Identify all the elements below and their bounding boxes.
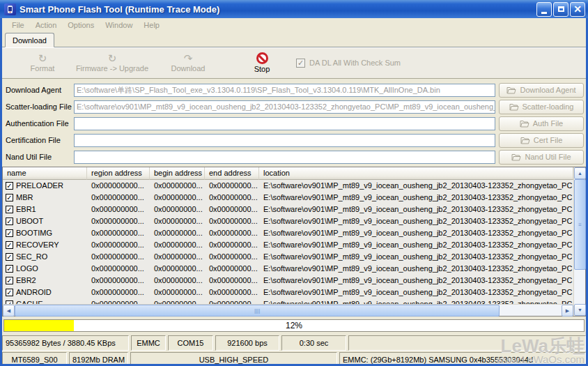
- table-row[interactable]: ✓ EBR1 0x000000000... 0x00000000... 0x00…: [3, 204, 573, 215]
- row-checkbox[interactable]: ✓: [6, 194, 13, 201]
- column-header-region[interactable]: region address: [87, 167, 150, 180]
- progress-bar: 12%: [3, 319, 585, 332]
- da-checksum-checkbox[interactable]: ✓ DA DL All With Check Sum: [296, 59, 401, 68]
- location-cell: E:\software\ov901\MP_mt89_v9_iocean_oush…: [259, 180, 573, 192]
- app-window: Smart Phone Flash Tool (Runtime Trace Mo…: [0, 0, 588, 366]
- status-bytes-speed: 95365982 Bytes / 3880.45 KBps: [2, 335, 129, 351]
- open-folder-icon: [506, 86, 516, 94]
- stop-icon: [256, 52, 268, 64]
- table-row[interactable]: ✓ ANDROID 0x000000000... 0x00000000... 0…: [3, 287, 573, 298]
- menu-action[interactable]: Action: [30, 20, 63, 31]
- column-header-begin[interactable]: begin address: [150, 167, 205, 180]
- begin-address-cell: 0x00000000...: [150, 215, 205, 227]
- open-folder-icon: [520, 137, 530, 144]
- scatter-browse-button[interactable]: Scatter-loading: [499, 100, 584, 114]
- table-row[interactable]: ✓ UBOOT 0x000000000... 0x00000000... 0x0…: [3, 215, 573, 227]
- table-row[interactable]: ✓ PRELOADER 0x000000000... 0x00000000...…: [3, 180, 573, 192]
- auth-file-input[interactable]: [74, 117, 495, 130]
- partition-name: LOGO: [16, 263, 38, 275]
- window-title: Smart Phone Flash Tool (Runtime Trace Mo…: [20, 4, 536, 15]
- end-address-cell: 0x00000000...: [205, 204, 259, 215]
- menu-bar: File Action Options Window Help: [2, 18, 586, 32]
- cert-file-label: Certification File: [6, 136, 74, 144]
- tab-download[interactable]: Download: [5, 33, 54, 47]
- nand-util-browse-button[interactable]: Nand Util File: [499, 150, 584, 165]
- table-row[interactable]: ✓ SEC_RO 0x000000000... 0x00000000... 0x…: [3, 251, 573, 263]
- end-address-cell: 0x00000000...: [205, 251, 259, 263]
- region-address-cell: 0x000000000...: [87, 263, 150, 275]
- row-checkbox[interactable]: ✓: [6, 206, 13, 213]
- scroll-down-icon[interactable]: ▼: [574, 304, 586, 316]
- table-row[interactable]: ✓ MBR 0x000000000... 0x00000000... 0x000…: [3, 192, 573, 204]
- status-chip: MT6589_S00: [2, 352, 67, 364]
- download-agent-label: Download Agent: [6, 86, 74, 94]
- checkbox-icon: ✓: [296, 59, 305, 68]
- open-folder-icon: [509, 103, 519, 111]
- partition-name: BOOTIMG: [16, 227, 52, 239]
- table-row[interactable]: ✓ BOOTIMG 0x000000000... 0x00000000... 0…: [3, 227, 573, 239]
- partition-table-body: ✓ PRELOADER 0x000000000... 0x00000000...…: [3, 180, 573, 305]
- row-checkbox[interactable]: ✓: [6, 218, 13, 225]
- close-button[interactable]: ✕: [570, 2, 585, 17]
- scroll-left-icon[interactable]: ◀: [3, 305, 15, 317]
- table-row[interactable]: ✓ RECOVERY 0x000000000... 0x00000000... …: [3, 239, 573, 251]
- begin-address-cell: 0x00000000...: [150, 227, 205, 239]
- status-elapsed-time: 0:30 sec: [281, 335, 346, 351]
- region-address-cell: 0x000000000...: [87, 192, 150, 204]
- location-cell: E:\software\ov901\MP_mt89_v9_iocean_oush…: [259, 239, 573, 251]
- status-spare: [348, 335, 586, 351]
- scroll-right-icon[interactable]: ▶: [562, 305, 573, 317]
- cert-file-browse-button[interactable]: Cert File: [499, 133, 584, 148]
- location-cell: E:\software\ov901\MP_mt89_v9_iocean_oush…: [259, 287, 573, 298]
- vertical-scroll-thumb[interactable]: ≡: [574, 179, 586, 270]
- format-button[interactable]: ↻ Format: [15, 53, 70, 73]
- partition-name: PRELOADER: [16, 180, 63, 192]
- row-checkbox[interactable]: ✓: [6, 241, 13, 249]
- end-address-cell: 0x00000000...: [205, 227, 259, 239]
- status-com-port: COM15: [168, 335, 213, 351]
- location-cell: E:\software\ov901\MP_mt89_v9_iocean_oush…: [259, 275, 573, 287]
- download-agent-input[interactable]: E:\software\单路\SP_Flash_Tool_exe_v3.1304…: [74, 84, 495, 97]
- row-checkbox[interactable]: ✓: [6, 265, 13, 273]
- table-row[interactable]: ✓ EBR2 0x000000000... 0x00000000... 0x00…: [3, 275, 573, 287]
- firmware-upgrade-button[interactable]: ↻ Firmware -> Upgrade: [70, 53, 154, 73]
- column-header-location[interactable]: location: [259, 167, 573, 180]
- partition-name: ANDROID: [16, 287, 52, 298]
- menu-window[interactable]: Window: [100, 20, 138, 31]
- column-header-end[interactable]: end address: [205, 167, 259, 180]
- row-checkbox[interactable]: ✓: [6, 253, 13, 261]
- nand-util-input[interactable]: [74, 151, 495, 164]
- scroll-up-icon[interactable]: ▲: [574, 167, 586, 179]
- status-usb-speed: USB_HIGH_SPEED: [130, 352, 337, 364]
- cert-file-input[interactable]: [74, 134, 495, 147]
- download-agent-browse-button[interactable]: Download Agent: [499, 83, 584, 98]
- progress-area: 12%: [2, 317, 586, 334]
- location-cell: E:\software\ov901\MP_mt89_v9_iocean_oush…: [259, 263, 573, 275]
- table-row[interactable]: ✓ LOGO 0x000000000... 0x00000000... 0x00…: [3, 263, 573, 275]
- menu-file[interactable]: File: [6, 20, 30, 31]
- row-checkbox[interactable]: ✓: [6, 182, 13, 190]
- horizontal-scroll-thumb[interactable]: ||||: [15, 305, 500, 317]
- column-header-name[interactable]: name: [3, 167, 87, 180]
- scatter-file-input[interactable]: E:\software\ov901\MP_mt89_v9_iocean_oush…: [74, 100, 495, 114]
- menu-help[interactable]: Help: [138, 20, 165, 31]
- row-checkbox[interactable]: ✓: [6, 277, 13, 284]
- maximize-button[interactable]: [553, 2, 568, 17]
- end-address-cell: 0x00000000...: [205, 192, 259, 204]
- vertical-scrollbar[interactable]: ▲ ≡ ▼: [573, 167, 585, 316]
- minimize-button[interactable]: [536, 2, 552, 17]
- menu-options[interactable]: Options: [62, 20, 100, 31]
- auth-file-browse-button[interactable]: Auth File: [499, 116, 584, 131]
- partition-name: EBR2: [16, 275, 36, 287]
- stop-button[interactable]: Stop: [245, 52, 279, 73]
- table-header: name region address begin address end ad…: [3, 167, 573, 180]
- region-address-cell: 0x000000000...: [87, 180, 150, 192]
- firmware-upgrade-icon: ↻: [108, 53, 117, 63]
- download-button[interactable]: ↷ Download: [159, 53, 217, 73]
- row-checkbox[interactable]: ✓: [6, 229, 13, 237]
- begin-address-cell: 0x00000000...: [150, 192, 205, 204]
- row-checkbox[interactable]: ✓: [6, 289, 13, 296]
- status-dram: 8192Mb DRAM: [69, 352, 128, 364]
- horizontal-scrollbar[interactable]: ◀ |||| ▶: [3, 304, 573, 316]
- title-bar: Smart Phone Flash Tool (Runtime Trace Mo…: [0, 0, 588, 18]
